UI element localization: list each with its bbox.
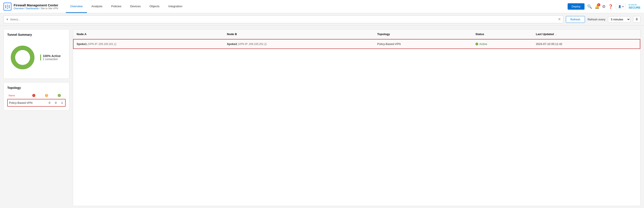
topology-panel: Topology Name − ? ✓ — [4, 82, 69, 110]
topology-row-warning: 0 — [53, 100, 59, 106]
nav-item-overview[interactable]: Overview — [66, 0, 87, 13]
toolbar: ▼ ✕ Refresh Refresh every 1 minute 2 min… — [0, 13, 644, 26]
table-row[interactable]: Spoke1 (VPN IP: 209.165.201.1) Spoke2 (V… — [73, 39, 640, 49]
topology-col-warning: ? — [40, 93, 53, 98]
cell-last-updated: 2024-07-10 05:11:42 — [532, 39, 640, 49]
chevron-down-icon: ▾ — [622, 5, 624, 8]
deploy-button[interactable]: Deploy — [568, 3, 584, 10]
sort-desc-icon: ↓ — [556, 33, 557, 36]
col-topology[interactable]: Topology — [374, 30, 472, 39]
table-header-row: Node A Node B Topology Status Last Updat… — [73, 30, 640, 39]
cell-topology: Policy-Based-VPN — [374, 39, 472, 49]
topology-table-selected-wrap: Policy-Based-VPN 0 0 1 — [7, 99, 66, 107]
refresh-interval-select[interactable]: 1 minute 2 minutes 5 minutes 10 minutes … — [608, 16, 630, 22]
search-icon: 🔍 — [587, 4, 592, 9]
filter-area: ▼ ✕ — [4, 15, 563, 23]
last-updated-label: Last Updated — [536, 32, 554, 36]
donut-chart — [10, 44, 36, 71]
svg-rect-2 — [5, 8, 6, 8]
status-label: Active — [480, 42, 487, 46]
secure-label: SECURE — [629, 6, 640, 9]
notification-badge: 1 — [597, 3, 600, 6]
logo-area: Firewall Management Center Overview / Da… — [4, 3, 60, 10]
svg-rect-3 — [7, 5, 8, 6]
refresh-every-label: Refresh every — [588, 18, 605, 21]
breadcrumb-overview[interactable]: Overview — [14, 7, 24, 10]
topology-table: Name − ? ✓ — [7, 93, 66, 98]
cisco-logo: CISCO SECURE — [629, 4, 640, 9]
topology-col-ok: ✓ — [53, 93, 66, 98]
header-right: Deploy 🔍 🔔 1 ⚙ ❓ 👤 ▾ CISCO SECURE — [568, 3, 640, 10]
topology-row[interactable]: Policy-Based-VPN 0 0 1 — [8, 100, 65, 106]
node-b-name: Spoke2 — [227, 42, 237, 46]
tunnel-summary-content: 100% Active 1 connection — [7, 40, 66, 75]
node-a-name: Spoke1 — [76, 42, 87, 46]
app-header: Firewall Management Center Overview / Da… — [0, 0, 644, 13]
pause-icon: ⏸ — [635, 17, 638, 21]
breadcrumb-dashboards[interactable]: Dashboards — [26, 7, 39, 10]
topology-col-name: Name — [7, 93, 28, 98]
logo-text: Firewall Management Center Overview / Da… — [14, 3, 58, 10]
svg-rect-4 — [7, 6, 8, 7]
topology-row-error: 0 — [46, 100, 53, 106]
svg-rect-8 — [9, 8, 10, 8]
help-button[interactable]: ❓ — [608, 4, 613, 9]
gear-icon: ⚙ — [602, 4, 606, 9]
svg-rect-6 — [9, 5, 10, 6]
search-button[interactable]: 🔍 — [587, 4, 592, 9]
topology-col-error: − — [28, 93, 40, 98]
col-node-b[interactable]: Node B — [224, 30, 374, 39]
settings-button[interactable]: ⚙ — [602, 4, 606, 9]
filter-input[interactable] — [10, 18, 557, 21]
node-b-ip: (VPN IP: 209.165.201.2) — [238, 42, 267, 46]
help-icon: ❓ — [608, 4, 613, 9]
filter-icon: ▼ — [6, 18, 9, 21]
status-dot-icon — [476, 42, 478, 46]
user-dropdown[interactable]: 👤 ▾ — [616, 4, 626, 9]
topology-table-body: Policy-Based-VPN 0 0 1 — [8, 100, 65, 106]
pause-button[interactable]: ⏸ — [633, 16, 640, 22]
breadcrumb-current: Site to Site VPN — [41, 7, 58, 10]
col-last-updated[interactable]: Last Updated ↓ — [532, 30, 640, 39]
notification-button[interactable]: 🔔 1 — [594, 4, 600, 9]
vpn-table-panel: Node A Node B Topology Status Last Updat… — [73, 29, 640, 206]
status-active: Active — [476, 42, 529, 46]
topology-row-ok: 1 — [59, 100, 65, 106]
cell-node-a: Spoke1 (VPN IP: 209.165.201.1) — [73, 39, 224, 49]
nav-item-integration[interactable]: Integration — [164, 0, 187, 13]
cisco-label: CISCO — [629, 4, 637, 6]
nav-item-devices[interactable]: Devices — [126, 0, 145, 13]
svg-rect-5 — [7, 8, 8, 8]
svg-point-11 — [16, 51, 29, 64]
nav-item-objects[interactable]: Objects — [145, 0, 164, 13]
vpn-data-table: Node A Node B Topology Status Last Updat… — [73, 30, 640, 49]
node-a-ip: (VPN IP: 209.165.201.1) — [88, 42, 116, 46]
topology-panel-title: Topology — [7, 86, 66, 90]
col-node-a[interactable]: Node A — [73, 30, 224, 39]
connection-count: 1 connection — [43, 58, 60, 61]
warning-icon: ? — [45, 94, 48, 97]
refresh-button[interactable]: Refresh — [566, 16, 585, 23]
main-content: Tunnel Summary — [0, 26, 644, 208]
svg-rect-0 — [5, 5, 6, 6]
left-panel: Tunnel Summary — [4, 29, 69, 206]
cell-status: Active — [472, 39, 532, 49]
stat-indicator — [40, 54, 41, 60]
tunnel-stats: 100% Active 1 connection — [40, 54, 60, 61]
app-title: Firewall Management Center — [14, 3, 58, 7]
topology-row-name: Policy-Based-VPN — [8, 100, 46, 106]
user-avatar: 👤 — [618, 5, 622, 8]
svg-rect-1 — [5, 6, 6, 7]
nav-item-policies[interactable]: Policies — [107, 0, 126, 13]
logo-icon — [4, 3, 12, 10]
clear-filter-button[interactable]: ✕ — [558, 18, 561, 21]
main-nav: Overview Analysis Policies Devices Objec… — [66, 0, 568, 13]
breadcrumb: Overview / Dashboards / Site to Site VPN — [14, 7, 58, 10]
cell-node-b: Spoke2 (VPN IP: 209.165.201.2) — [224, 39, 374, 49]
error-icon: − — [32, 94, 35, 97]
ok-icon: ✓ — [58, 94, 61, 97]
percent-active-label: 100% Active — [43, 54, 60, 58]
tunnel-summary-panel: Tunnel Summary — [4, 29, 69, 79]
nav-item-analysis[interactable]: Analysis — [87, 0, 107, 13]
col-status[interactable]: Status — [472, 30, 532, 39]
